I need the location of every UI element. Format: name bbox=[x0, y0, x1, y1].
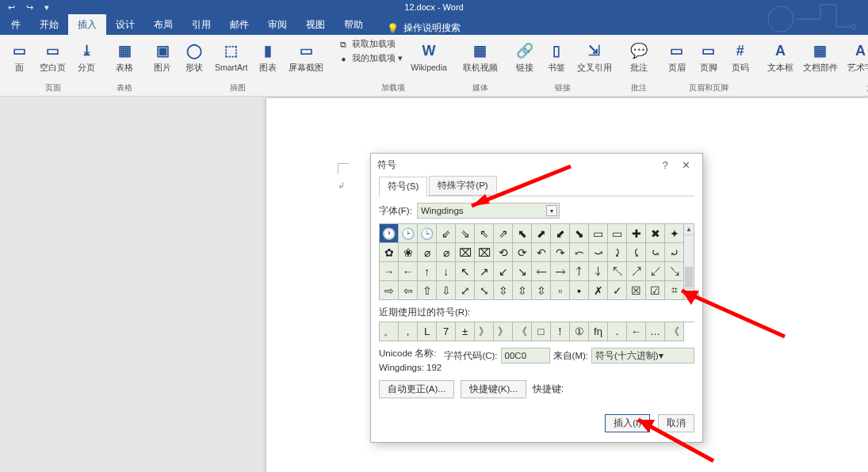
symbol-cell[interactable]: ✦ bbox=[665, 224, 684, 243]
symbol-cell[interactable]: ✓ bbox=[608, 281, 627, 300]
symbol-cell[interactable]: ⇙ bbox=[437, 224, 456, 243]
font-combo[interactable]: Wingdings ▾ bbox=[417, 203, 560, 219]
from-combo[interactable]: 符号(十六进制) ▾ bbox=[591, 348, 694, 364]
tab-special[interactable]: 特殊字符(P) bbox=[429, 176, 496, 196]
symbol-cell[interactable]: 🕒 bbox=[418, 224, 437, 243]
tab-mail[interactable]: 邮件 bbox=[220, 14, 258, 35]
symbol-cell[interactable]: ⬉ bbox=[513, 224, 532, 243]
my-item[interactable]: ●我的加载项 ▾ bbox=[336, 52, 404, 65]
shape-button[interactable]: ◯形状 bbox=[180, 38, 208, 74]
shot-button[interactable]: ▭屏幕截图 bbox=[285, 38, 327, 74]
bmk-button[interactable]: ▯书签 bbox=[542, 38, 571, 74]
symbol-cell[interactable]: ← bbox=[399, 262, 418, 281]
symbol-cell[interactable]: ✗ bbox=[589, 281, 608, 300]
symbol-cell[interactable]: ⤹ bbox=[627, 243, 646, 262]
symbol-cell[interactable]: ⇳ bbox=[494, 281, 513, 300]
grid-scrollbar[interactable]: ▲ ▼ bbox=[684, 223, 694, 300]
symbol-cell[interactable]: ▭ bbox=[608, 224, 627, 243]
shortcut-button[interactable]: 快捷键(K)... bbox=[461, 380, 526, 398]
symbol-cell[interactable]: ⟲ bbox=[494, 243, 513, 262]
tab-symbols[interactable]: 符号(S) bbox=[379, 177, 427, 196]
tab-layout[interactable]: 布局 bbox=[144, 14, 182, 35]
recent-cell[interactable]: □ bbox=[532, 322, 551, 341]
recent-cell[interactable]: L bbox=[418, 322, 437, 341]
symbol-cell[interactable]: ↶ bbox=[532, 243, 551, 262]
cancel-button[interactable]: 取消 bbox=[658, 414, 694, 432]
help-button[interactable]: ? bbox=[655, 159, 675, 171]
symbol-cell[interactable]: ⇳ bbox=[532, 281, 551, 300]
recent-cell[interactable]: … bbox=[646, 322, 665, 341]
symbol-cell[interactable]: ⟳ bbox=[513, 243, 532, 262]
tell-me-search[interactable]: 💡 操作说明搜索 bbox=[373, 21, 461, 35]
symbol-cell[interactable]: ↘ bbox=[513, 262, 532, 281]
symbol-cell[interactable]: ⬋ bbox=[551, 224, 570, 243]
symbol-cell[interactable]: ⌧ bbox=[475, 243, 494, 262]
scroll-thumb[interactable] bbox=[685, 267, 693, 287]
video-button[interactable]: ▦联机视频 bbox=[460, 38, 501, 74]
dialog-titlebar[interactable]: 符号 ? ✕ bbox=[371, 154, 702, 176]
recent-cell[interactable]: ． bbox=[608, 322, 627, 341]
recent-cell[interactable]: ± bbox=[456, 322, 475, 341]
symbol-cell[interactable]: ↖ bbox=[456, 262, 475, 281]
symbol-cell[interactable]: ⇖ bbox=[475, 224, 494, 243]
close-button[interactable]: ✕ bbox=[675, 159, 696, 171]
chart-button[interactable]: ▮图表 bbox=[254, 38, 282, 74]
break-button[interactable]: ⤓分页 bbox=[72, 38, 101, 74]
link-button[interactable]: 🔗链接 bbox=[510, 38, 539, 74]
parts-button[interactable]: ▦文档部件 bbox=[800, 38, 841, 74]
tab-review[interactable]: 审阅 bbox=[258, 14, 296, 35]
symbol-cell[interactable]: 🡑 bbox=[570, 262, 589, 281]
symbol-cell[interactable]: ⇧ bbox=[418, 281, 437, 300]
footer-button[interactable]: ▭页脚 bbox=[694, 38, 723, 74]
recent-cell[interactable]: 《 bbox=[513, 322, 532, 341]
symbol-cell[interactable]: 🡒 bbox=[551, 262, 570, 281]
symbol-cell[interactable]: 🡓 bbox=[589, 262, 608, 281]
wordart-button[interactable]: A艺术字 bbox=[844, 38, 868, 74]
wiki-button[interactable]: WWikipedia bbox=[407, 38, 450, 74]
symbol-cell[interactable]: ⤻ bbox=[589, 243, 608, 262]
cover-button[interactable]: ▭面 bbox=[5, 38, 33, 74]
get-item[interactable]: ⧉获取加载项 bbox=[336, 38, 404, 51]
symbol-cell[interactable]: ↷ bbox=[551, 243, 570, 262]
symbol-cell[interactable]: ⇳ bbox=[513, 281, 532, 300]
symbol-cell[interactable]: ⇨ bbox=[380, 281, 399, 300]
recent-cell[interactable]: 。 bbox=[380, 322, 399, 341]
symbol-cell[interactable]: ▫ bbox=[551, 281, 570, 300]
symbol-cell[interactable]: 🡐 bbox=[532, 262, 551, 281]
symbol-cell[interactable]: ⬊ bbox=[570, 224, 589, 243]
symbol-cell[interactable]: 🡗 bbox=[646, 262, 665, 281]
symbol-cell[interactable]: ↑ bbox=[418, 262, 437, 281]
scroll-up-icon[interactable]: ▲ bbox=[684, 224, 694, 235]
recent-cell[interactable]: fη bbox=[589, 322, 608, 341]
symbol-cell[interactable]: ⤢ bbox=[456, 281, 475, 300]
symbol-cell[interactable]: ⇘ bbox=[456, 224, 475, 243]
symbol-cell[interactable]: ☑ bbox=[646, 281, 665, 300]
symbol-cell[interactable]: ⌗ bbox=[665, 281, 684, 300]
symbol-cell[interactable]: ↓ bbox=[437, 262, 456, 281]
tab-design[interactable]: 设计 bbox=[106, 14, 144, 35]
insert-button[interactable]: 插入(I) bbox=[605, 414, 650, 432]
recent-cell[interactable]: 7 bbox=[437, 322, 456, 341]
symbol-cell[interactable]: 🡕 bbox=[627, 262, 646, 281]
comment-button[interactable]: 💬批注 bbox=[625, 38, 653, 74]
table-button[interactable]: ▦表格 bbox=[110, 38, 139, 74]
chevron-down-icon[interactable]: ▾ bbox=[659, 350, 663, 361]
tab-file[interactable]: 件 bbox=[2, 14, 30, 35]
symbol-cell[interactable]: ⇩ bbox=[437, 281, 456, 300]
tab-view[interactable]: 视图 bbox=[296, 14, 335, 35]
symbol-cell[interactable]: ☒ bbox=[627, 281, 646, 300]
recent-cell[interactable]: ， bbox=[399, 322, 418, 341]
recent-cell[interactable]: 》 bbox=[475, 322, 494, 341]
tab-ref[interactable]: 引用 bbox=[182, 14, 220, 35]
recent-cell[interactable]: ← bbox=[627, 322, 646, 341]
symbol-cell[interactable]: 🕑 bbox=[399, 224, 418, 243]
symbol-cell[interactable]: ⤡ bbox=[475, 281, 494, 300]
pic-button[interactable]: ▣图片 bbox=[148, 38, 177, 74]
recent-cell[interactable]: 》 bbox=[494, 322, 513, 341]
symbol-cell[interactable]: 🕐 bbox=[380, 224, 399, 243]
xref-button[interactable]: ⇲交叉引用 bbox=[574, 38, 615, 74]
autocorrect-button[interactable]: 自动更正(A)... bbox=[379, 380, 454, 398]
recent-cell[interactable]: ① bbox=[570, 322, 589, 341]
symbol-cell[interactable]: ⤾ bbox=[665, 243, 684, 262]
symbol-cell[interactable]: ↗ bbox=[475, 262, 494, 281]
